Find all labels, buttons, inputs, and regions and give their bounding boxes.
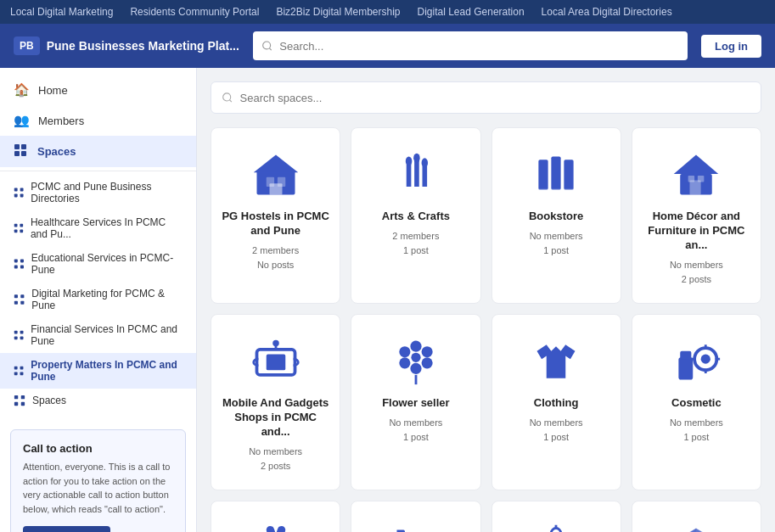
space-card-cosmetic[interactable]: Cosmetic No members 1 post bbox=[632, 314, 761, 490]
app-header: PB Pune Businesses Marketing Plat... Log… bbox=[0, 24, 775, 68]
space-meta-pg-hostels: 2 members No posts bbox=[252, 244, 299, 273]
space-card-bookstore[interactable]: Bookstore No members 1 post bbox=[491, 127, 621, 304]
clothing-icon bbox=[531, 335, 581, 386]
cosmetic-icon bbox=[671, 335, 722, 386]
sidebar-label-home: Home bbox=[38, 84, 68, 97]
main-layout: 🏠 Home 👥 Members Spaces PCMC and Pune Bu… bbox=[0, 68, 775, 532]
space-meta-bookstore: No members 1 post bbox=[530, 229, 583, 259]
space-card-jewelry[interactable]: Jewelry business in PCMC and Pune No mem… bbox=[632, 501, 761, 532]
space-card-home-appliances[interactable]: Home appliances No members 1 post bbox=[491, 501, 621, 532]
spaces-icon bbox=[14, 143, 29, 160]
space-meta-mobile-gadgets: No members 2 posts bbox=[249, 445, 302, 474]
sidebar-item-digital-marketing[interactable]: Digital Marketing for PCMC & Pune bbox=[0, 282, 196, 317]
svg-point-78 bbox=[552, 528, 561, 532]
space-card-gift-shop[interactable]: Gift shop No members 2 posts bbox=[211, 501, 340, 532]
svg-rect-6 bbox=[20, 188, 24, 192]
svg-rect-50 bbox=[698, 176, 705, 182]
grid-icon-2 bbox=[14, 222, 24, 234]
svg-rect-3 bbox=[14, 151, 20, 156]
grid-icon-3 bbox=[14, 258, 25, 270]
svg-rect-29 bbox=[14, 395, 18, 399]
sidebar-item-property-matters[interactable]: Property Matters In PCMC and Pune bbox=[0, 353, 196, 389]
svg-rect-43 bbox=[552, 156, 561, 189]
svg-marker-81 bbox=[696, 528, 712, 532]
space-name-bookstore: Bookstore bbox=[529, 210, 583, 224]
svg-point-53 bbox=[272, 339, 279, 346]
svg-rect-18 bbox=[20, 294, 24, 298]
sidebar-item-healthcare[interactable]: Healthcare Services In PCMC and Pu... bbox=[0, 210, 196, 246]
spaces-search-input[interactable] bbox=[240, 92, 750, 104]
sidebar-label-members: Members bbox=[38, 115, 84, 127]
svg-rect-30 bbox=[21, 395, 25, 399]
grid-icon-6 bbox=[14, 365, 24, 377]
svg-rect-10 bbox=[20, 224, 23, 227]
svg-point-66 bbox=[701, 354, 710, 363]
topnav-local-area-digital-directories[interactable]: Local Area Digital Directories bbox=[542, 6, 672, 18]
svg-point-60 bbox=[421, 357, 432, 368]
space-card-clothing[interactable]: Clothing No members 1 post bbox=[491, 314, 621, 490]
grid-icon-5 bbox=[14, 329, 24, 341]
svg-point-0 bbox=[263, 42, 271, 49]
space-card-home-decor[interactable]: Home Décor and Furniture in PCMC an... N… bbox=[632, 127, 761, 304]
jewelry-icon bbox=[671, 522, 722, 532]
grocery-icon bbox=[390, 522, 441, 532]
grid-icon-4 bbox=[14, 294, 25, 305]
space-card-flower-seller[interactable]: Flower seller No members 1 post bbox=[351, 314, 480, 490]
svg-rect-23 bbox=[14, 337, 18, 340]
gadgets-icon bbox=[250, 335, 301, 386]
svg-rect-12 bbox=[20, 229, 23, 232]
sidebar-item-spaces[interactable]: Spaces bbox=[0, 136, 196, 167]
books-icon bbox=[531, 148, 581, 199]
app-title: Pune Businesses Marketing Plat... bbox=[47, 39, 239, 53]
header-search-input[interactable] bbox=[279, 40, 679, 53]
cta-button[interactable]: Call to action bbox=[23, 526, 110, 532]
spaces-search-box[interactable] bbox=[211, 81, 761, 114]
house-icon bbox=[671, 148, 722, 199]
svg-rect-17 bbox=[14, 294, 18, 298]
svg-rect-16 bbox=[20, 266, 24, 269]
sidebar-item-financial[interactable]: Financial Services In PCMC and Pune bbox=[0, 317, 196, 353]
svg-rect-44 bbox=[564, 160, 574, 190]
svg-point-61 bbox=[412, 353, 419, 361]
space-card-arts-crafts[interactable]: Arts & Crafts 2 members 1 post bbox=[351, 127, 480, 304]
top-navigation: Local Digital Marketing Residents Commun… bbox=[0, 0, 775, 24]
topnav-biz2biz-digital-membership[interactable]: Biz2Biz Digital Membership bbox=[276, 6, 400, 18]
svg-point-58 bbox=[421, 346, 432, 357]
space-card-pg-hostels[interactable]: PG Hostels in PCMC and Pune 2 members No… bbox=[211, 127, 340, 304]
logo-badge: PB bbox=[14, 36, 40, 55]
space-name-home-decor: Home Décor and Furniture in PCMC an... bbox=[643, 210, 750, 253]
grid-icon bbox=[14, 187, 24, 199]
svg-rect-28 bbox=[20, 372, 24, 376]
svg-rect-63 bbox=[679, 357, 694, 379]
space-meta-cosmetic: No members 1 post bbox=[670, 416, 723, 445]
building-icon bbox=[250, 148, 301, 199]
svg-point-33 bbox=[223, 93, 231, 101]
login-button[interactable]: Log in bbox=[701, 35, 761, 58]
space-name-mobile-gadgets: Mobile And Gadgets Shops in PCMC and... bbox=[222, 396, 329, 440]
space-card-grocery[interactable]: Grocery No members 2 posts bbox=[351, 501, 480, 532]
svg-rect-15 bbox=[14, 266, 18, 269]
topnav-digital-lead-generation[interactable]: Digital Lead Generation bbox=[418, 6, 525, 18]
sidebar-item-pcmc-pune-directories[interactable]: PCMC and Pune Business Directories bbox=[0, 175, 196, 210]
sidebar: 🏠 Home 👥 Members Spaces PCMC and Pune Bu… bbox=[0, 68, 197, 532]
svg-marker-46 bbox=[674, 155, 719, 175]
arts-icon bbox=[390, 148, 441, 199]
sidebar-item-home[interactable]: 🏠 Home bbox=[0, 75, 196, 105]
svg-rect-22 bbox=[20, 331, 24, 334]
space-card-mobile-gadgets[interactable]: Mobile And Gadgets Shops in PCMC and... … bbox=[211, 314, 340, 490]
sidebar-divider bbox=[0, 171, 196, 171]
svg-point-56 bbox=[410, 363, 421, 374]
sidebar-item-educational[interactable]: Educational Services in PCMC-Pune bbox=[0, 246, 196, 282]
svg-point-40 bbox=[413, 154, 420, 163]
topnav-local-digital-marketing[interactable]: Local Digital Marketing bbox=[10, 6, 113, 18]
svg-rect-2 bbox=[21, 144, 26, 149]
sidebar-label-spaces: Spaces bbox=[37, 145, 76, 158]
space-meta-flower-seller: No members 1 post bbox=[389, 416, 442, 445]
svg-rect-25 bbox=[14, 367, 18, 370]
header-search-box[interactable] bbox=[253, 31, 688, 60]
space-name-pg-hostels: PG Hostels in PCMC and Pune bbox=[222, 210, 329, 238]
topnav-residents-community-portal[interactable]: Residents Community Portal bbox=[130, 6, 259, 18]
sidebar-nav: 🏠 Home 👥 Members Spaces PCMC and Pune Bu… bbox=[0, 68, 196, 419]
sidebar-item-spaces-link[interactable]: Spaces bbox=[0, 389, 196, 412]
sidebar-item-members[interactable]: 👥 Members bbox=[0, 105, 196, 136]
